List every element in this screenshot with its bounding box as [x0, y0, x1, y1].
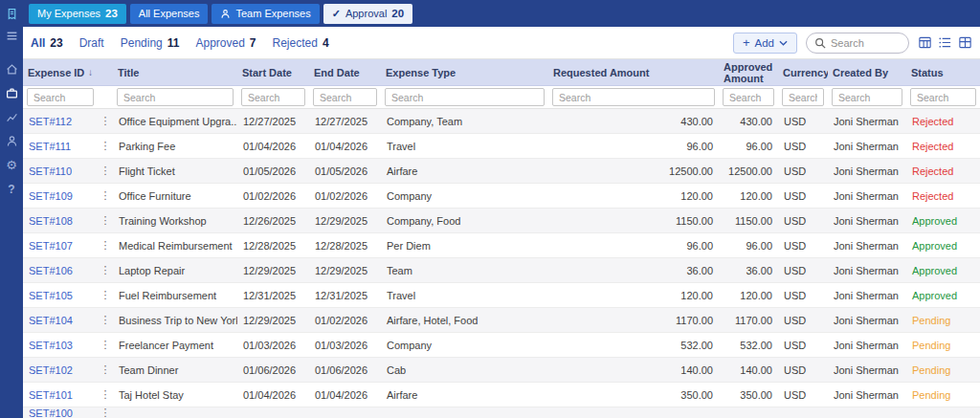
approved-amount-cell: 140.00 [719, 358, 778, 382]
settings-gear-icon[interactable]: ⚙ [0, 153, 23, 177]
currency-cell [778, 407, 828, 418]
filter-approved-amount-input[interactable] [723, 88, 774, 106]
expense-id-link[interactable]: SET#105 [23, 283, 98, 307]
col-header-title[interactable]: Title [113, 59, 237, 85]
col-header-approved-amount[interactable]: Approved Amount [719, 59, 778, 85]
requested-amount-cell [548, 407, 719, 418]
row-menu-icon[interactable]: ⋮ [98, 159, 113, 183]
row-menu-icon[interactable]: ⋮ [98, 184, 113, 208]
search-input[interactable] [831, 37, 901, 49]
table-row[interactable]: SET#100⋮ [23, 407, 980, 418]
home-icon[interactable] [0, 57, 23, 81]
filter-rejected[interactable]: Rejected 4 [273, 36, 329, 50]
col-header-expense-type[interactable]: Expense Type [381, 59, 548, 85]
filter-pending[interactable]: Pending 11 [121, 36, 180, 50]
expense-id-link[interactable]: SET#107 [23, 233, 98, 257]
row-menu-icon[interactable]: ⋮ [98, 308, 113, 332]
expense-id-link[interactable]: SET#103 [23, 333, 98, 357]
filter-start-date-input[interactable] [241, 88, 305, 106]
table-row[interactable]: SET#103⋮Freelancer Payment01/03/202601/0… [23, 333, 980, 358]
add-button[interactable]: + Add [733, 33, 797, 54]
row-menu-icon[interactable]: ⋮ [98, 209, 113, 232]
tab-all-expenses[interactable]: All Expenses [130, 4, 209, 24]
row-menu-icon[interactable]: ⋮ [98, 109, 113, 133]
row-menu-icon[interactable]: ⋮ [98, 358, 113, 382]
column-chooser-icon[interactable] [918, 35, 932, 50]
currency-cell: USD [778, 109, 828, 133]
profile-icon[interactable] [0, 129, 23, 153]
table-row[interactable]: SET#112⋮Office Equipment Upgra...12/27/2… [23, 109, 980, 134]
tab-my-expenses[interactable]: My Expenses 23 [29, 4, 126, 24]
end-date-cell: 12/31/2025 [309, 283, 381, 307]
col-header-requested-amount[interactable]: Requested Amount [548, 59, 719, 85]
filter-currency-input[interactable] [782, 88, 824, 106]
table-row[interactable]: SET#110⋮Flight Ticket01/05/202601/05/202… [23, 159, 980, 184]
start-date-cell: 01/02/2026 [237, 184, 309, 208]
tab-approval[interactable]: ✓ Approval 20 [323, 4, 412, 24]
col-header-label: End Date [314, 67, 360, 78]
table-row[interactable]: SET#102⋮Team Dinner01/06/202601/06/2026C… [23, 358, 980, 383]
filter-expense-id-input[interactable] [27, 88, 94, 106]
col-header-status[interactable]: Status [906, 59, 980, 85]
approved-amount-cell: 96.00 [719, 233, 778, 257]
expense-id-link[interactable]: SET#108 [23, 209, 98, 232]
filter-approved[interactable]: Approved 7 [195, 36, 256, 50]
list-view-icon[interactable] [938, 35, 952, 50]
table-row[interactable]: SET#105⋮Fuel Reimbursement12/31/202512/3… [23, 283, 980, 308]
expense-type-cell: Travel [381, 283, 548, 307]
filter-label: Rejected [273, 36, 318, 50]
expense-id-link[interactable]: SET#110 [23, 159, 98, 183]
table-row[interactable]: SET#107⋮Medical Reimbursement12/28/20251… [23, 233, 980, 258]
expense-id-link[interactable]: SET#101 [23, 383, 98, 407]
created-by-cell: Joni Sherman [828, 209, 906, 232]
col-header-end-date[interactable]: End Date [309, 59, 381, 85]
filter-end-date-input[interactable] [313, 88, 377, 106]
approved-amount-cell: 12500.00 [719, 159, 778, 183]
table-row[interactable]: SET#111⋮Parking Fee01/04/202601/04/2026T… [23, 134, 980, 159]
row-menu-icon[interactable]: ⋮ [98, 258, 113, 282]
filter-all[interactable]: All 23 [31, 36, 63, 50]
expense-id-link[interactable]: SET#112 [23, 109, 98, 133]
expense-id-link[interactable]: SET#111 [23, 134, 98, 158]
table-row[interactable]: SET#109⋮Office Furniture01/02/202601/02/… [23, 184, 980, 209]
export-icon[interactable] [958, 35, 972, 50]
table-row[interactable]: SET#106⋮Laptop Repair12/29/202512/29/202… [23, 258, 980, 283]
help-icon[interactable]: ? [0, 177, 23, 201]
tab-team-expenses[interactable]: Team Expenses [212, 4, 319, 24]
filter-draft[interactable]: Draft [79, 36, 104, 50]
menu-icon[interactable] [0, 24, 23, 48]
toolbar-search-box[interactable] [806, 33, 909, 54]
filter-expense-type-input[interactable] [385, 88, 545, 106]
row-menu-icon[interactable]: ⋮ [98, 134, 113, 158]
table-row[interactable]: SET#101⋮Taj Hotel Stay01/04/202601/04/20… [23, 383, 980, 407]
requested-amount-cell: 350.00 [548, 383, 719, 407]
col-header-start-date[interactable]: Start Date [237, 59, 309, 85]
expense-id-link[interactable]: SET#109 [23, 184, 98, 208]
row-menu-icon[interactable]: ⋮ [98, 333, 113, 357]
filter-created-by-input[interactable] [832, 88, 902, 106]
filter-requested-amount-input[interactable] [552, 88, 715, 106]
filter-status-input[interactable] [910, 88, 976, 106]
row-menu-icon[interactable]: ⋮ [98, 383, 113, 407]
toolbar-right: + Add [733, 33, 972, 54]
expenses-icon[interactable] [0, 81, 23, 105]
col-header-expense-id[interactable]: Expense ID ↓ [23, 59, 98, 85]
table-row[interactable]: SET#104⋮Business Trip to New York12/29/2… [23, 308, 980, 333]
expense-id-link[interactable]: SET#100 [23, 407, 98, 418]
col-header-currency[interactable]: Currency [778, 59, 828, 85]
reports-chart-icon[interactable] [0, 105, 23, 129]
row-menu-icon[interactable]: ⋮ [98, 407, 113, 418]
filter-title-input[interactable] [117, 88, 234, 106]
expense-id-link[interactable]: SET#102 [23, 358, 98, 382]
filter-count: 7 [250, 36, 256, 50]
tab-count-badge: 23 [105, 8, 118, 19]
add-button-label: Add [755, 37, 774, 49]
tab-label: All Expenses [139, 8, 200, 19]
col-header-created-by[interactable]: Created By [828, 59, 906, 85]
expense-id-link[interactable]: SET#104 [23, 308, 98, 332]
expense-id-link[interactable]: SET#106 [23, 258, 98, 282]
row-menu-icon[interactable]: ⋮ [98, 283, 113, 307]
row-menu-icon[interactable]: ⋮ [98, 233, 113, 257]
requested-amount-cell: 96.00 [548, 233, 719, 257]
table-row[interactable]: SET#108⋮Training Workshop12/26/202512/29… [23, 209, 980, 233]
